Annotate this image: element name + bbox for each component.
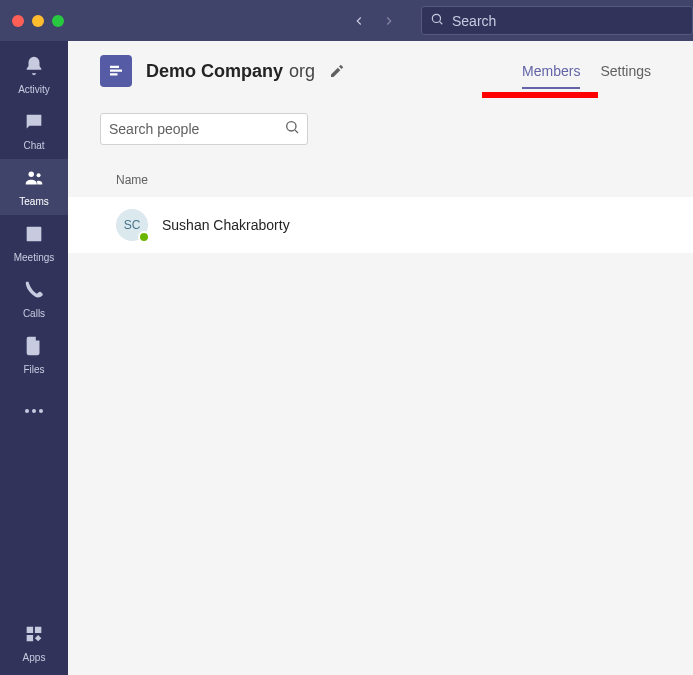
rail-label: Activity — [18, 84, 50, 95]
back-button[interactable] — [349, 11, 369, 31]
svg-line-1 — [440, 21, 443, 24]
chat-icon — [23, 111, 45, 137]
rail-label: Chat — [23, 140, 44, 151]
rail-apps[interactable]: Apps — [0, 615, 68, 671]
svg-point-2 — [29, 172, 35, 178]
file-icon — [23, 335, 45, 361]
org-header: Demo Company org Members Settings — [68, 41, 693, 101]
svg-point-3 — [37, 173, 41, 177]
history-nav — [349, 11, 399, 31]
close-window-button[interactable] — [12, 15, 24, 27]
phone-icon — [23, 279, 45, 305]
edit-icon[interactable] — [329, 63, 345, 79]
content-area: Demo Company org Members Settings — [68, 41, 693, 675]
rail-label: Teams — [19, 196, 48, 207]
maximize-window-button[interactable] — [52, 15, 64, 27]
avatar-initials: SC — [124, 218, 141, 232]
bell-icon — [23, 55, 45, 81]
org-badge-icon — [100, 55, 132, 87]
org-name-bold: Demo Company — [146, 61, 283, 82]
ellipsis-icon — [25, 409, 43, 413]
title-bar — [0, 0, 693, 41]
rail-label: Meetings — [14, 252, 55, 263]
minimize-window-button[interactable] — [32, 15, 44, 27]
search-icon — [284, 119, 300, 139]
search-people-input[interactable] — [109, 121, 284, 137]
rail-teams[interactable]: Teams — [0, 159, 68, 215]
tabs: Members Settings — [512, 41, 661, 101]
teams-icon — [23, 167, 45, 193]
org-title: Demo Company org — [146, 61, 315, 82]
forward-button[interactable] — [379, 11, 399, 31]
svg-point-0 — [432, 14, 440, 22]
rail-label: Calls — [23, 308, 45, 319]
presence-available-icon — [138, 231, 150, 243]
tab-settings[interactable]: Settings — [590, 41, 661, 101]
member-row[interactable]: SC Sushan Chakraborty — [68, 197, 693, 253]
search-icon — [430, 12, 444, 30]
svg-line-5 — [295, 130, 298, 133]
org-name-suffix: org — [289, 61, 315, 82]
rail-calls[interactable]: Calls — [0, 271, 68, 327]
svg-point-4 — [287, 122, 296, 131]
rail-meetings[interactable]: Meetings — [0, 215, 68, 271]
rail-files[interactable]: Files — [0, 327, 68, 383]
tab-label: Members — [522, 63, 580, 79]
table-header: Name — [68, 145, 693, 197]
global-search-input[interactable] — [452, 13, 684, 29]
global-search[interactable] — [421, 6, 693, 35]
calendar-icon — [23, 223, 45, 249]
avatar: SC — [116, 209, 148, 241]
window-controls — [0, 15, 64, 27]
rail-label: Apps — [23, 652, 46, 663]
apps-icon — [23, 623, 45, 649]
highlight-annotation — [482, 92, 598, 98]
member-name: Sushan Chakraborty — [162, 217, 290, 233]
rail-more[interactable] — [0, 383, 68, 439]
search-people[interactable] — [100, 113, 308, 145]
tab-label: Settings — [600, 63, 651, 79]
rail-chat[interactable]: Chat — [0, 103, 68, 159]
col-name-header: Name — [116, 173, 148, 187]
rail-activity[interactable]: Activity — [0, 47, 68, 103]
rail-label: Files — [23, 364, 44, 375]
app-rail: Activity Chat Teams Meetings Calls — [0, 41, 68, 675]
